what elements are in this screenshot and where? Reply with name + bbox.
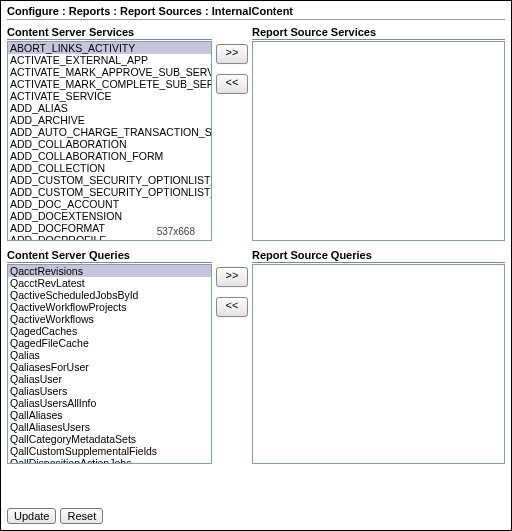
list-item[interactable]: QactiveWorkflows — [8, 313, 211, 325]
list-item[interactable]: QallAliases — [8, 409, 211, 421]
list-item[interactable]: ADD_CUSTOM_SECURITY_OPTIONLIST_FIELD — [8, 174, 211, 186]
report-source-services-list[interactable] — [252, 41, 505, 241]
content-server-services-list[interactable]: ABORT_LINKS_ACTIVITYACTIVATE_EXTERNAL_AP… — [7, 41, 212, 241]
content-server-queries-list[interactable]: QacctRevisionsQacctRevLatestQactiveSched… — [7, 264, 212, 464]
list-item[interactable]: ADD_COLLABORATION_FORM — [8, 150, 211, 162]
list-item[interactable]: QactiveScheduledJobsById — [8, 289, 211, 301]
list-item[interactable]: ACTIVATE_SERVICE — [8, 90, 211, 102]
services-left-col: Content Server Services ABORT_LINKS_ACTI… — [7, 26, 212, 241]
queries-row: Content Server Queries QacctRevisionsQac… — [7, 249, 505, 464]
footer-buttons: Update Reset — [7, 508, 103, 524]
list-item[interactable]: QallCategoryMetadataSets — [8, 433, 211, 445]
list-item[interactable]: QagedCaches — [8, 325, 211, 337]
queries-left-col: Content Server Queries QacctRevisionsQac… — [7, 249, 212, 464]
list-item[interactable]: ADD_ARCHIVE — [8, 114, 211, 126]
list-item[interactable]: QaliasUsers — [8, 385, 211, 397]
list-item[interactable]: ADD_CUSTOM_SECURITY_OPTIONLIST_FIELD_FO — [8, 186, 211, 198]
update-button[interactable]: Update — [7, 508, 56, 524]
list-item[interactable]: ACTIVATE_MARK_COMPLETE_SUB_SERVICE — [8, 78, 211, 90]
services-add-button[interactable]: >> — [216, 44, 248, 64]
queries-left-title: Content Server Queries — [7, 249, 212, 263]
list-item[interactable]: ACTIVATE_EXTERNAL_APP — [8, 54, 211, 66]
list-item[interactable]: QallCustomSupplementalFields — [8, 445, 211, 457]
services-row: Content Server Services ABORT_LINKS_ACTI… — [7, 26, 505, 241]
report-source-queries-list[interactable] — [252, 264, 505, 464]
breadcrumb: Configure : Reports : Report Sources : I… — [7, 3, 505, 20]
services-btn-col: >> << — [212, 26, 252, 94]
page-root: Configure : Reports : Report Sources : I… — [0, 0, 512, 531]
reset-button[interactable]: Reset — [60, 508, 103, 524]
list-item[interactable]: QaliasesForUser — [8, 361, 211, 373]
list-item[interactable]: QaliasUser — [8, 373, 211, 385]
list-item[interactable]: QaliasUsersAllInfo — [8, 397, 211, 409]
queries-right-col: Report Source Queries — [252, 249, 505, 464]
services-remove-button[interactable]: << — [216, 74, 248, 94]
list-item[interactable]: ADD_DOC_ACCOUNT — [8, 198, 211, 210]
list-item[interactable]: QallAliasesUsers — [8, 421, 211, 433]
list-item[interactable]: Qalias — [8, 349, 211, 361]
list-item[interactable]: QactiveWorkflowProjects — [8, 301, 211, 313]
list-item[interactable]: QallDispositionActionJobs — [8, 457, 211, 464]
list-item[interactable]: ADD_AUTO_CHARGE_TRANSACTION_SUB — [8, 126, 211, 138]
list-item[interactable]: ADD_ALIAS — [8, 102, 211, 114]
queries-btn-col: >> << — [212, 249, 252, 317]
list-item[interactable]: ADD_DOCEXTENSION — [8, 210, 211, 222]
queries-add-button[interactable]: >> — [216, 267, 248, 287]
services-left-title: Content Server Services — [7, 26, 212, 40]
list-item[interactable]: QacctRevLatest — [8, 277, 211, 289]
list-item[interactable]: ADD_COLLECTION — [8, 162, 211, 174]
list-item[interactable]: ADD_COLLABORATION — [8, 138, 211, 150]
list-item[interactable]: ABORT_LINKS_ACTIVITY — [8, 42, 211, 54]
list-item[interactable]: QagedFileCache — [8, 337, 211, 349]
services-right-col: Report Source Services — [252, 26, 505, 241]
size-badge: 537x668 — [157, 226, 195, 238]
queries-remove-button[interactable]: << — [216, 297, 248, 317]
list-item[interactable]: QacctRevisions — [8, 265, 211, 277]
list-item[interactable]: ACTIVATE_MARK_APPROVE_SUB_SERVICE — [8, 66, 211, 78]
queries-right-title: Report Source Queries — [252, 249, 505, 263]
services-right-title: Report Source Services — [252, 26, 505, 40]
